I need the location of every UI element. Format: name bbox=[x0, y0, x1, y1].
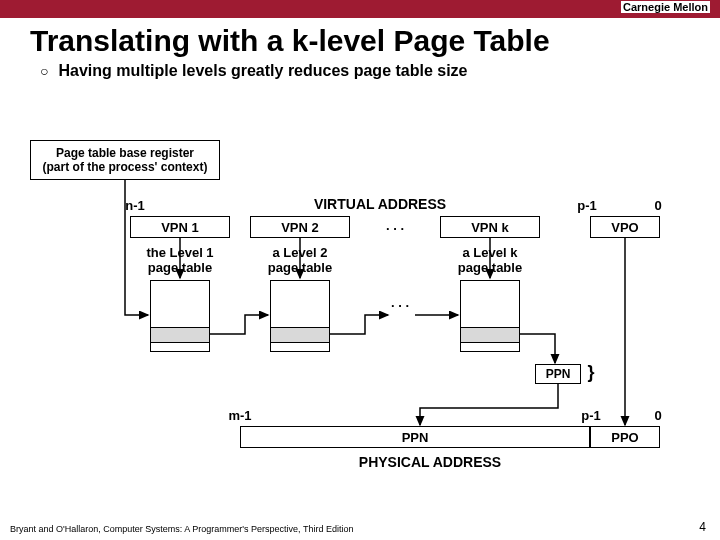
ppn-field: PPN bbox=[240, 426, 590, 448]
lvl1-label: the Level 1 page table bbox=[130, 246, 230, 276]
vpo-field: VPO bbox=[590, 216, 660, 238]
ppo-field: PPO bbox=[590, 426, 660, 448]
level1-table bbox=[150, 280, 210, 352]
ppn-small-box: PPN bbox=[535, 364, 581, 384]
vpn1-field: VPN 1 bbox=[130, 216, 230, 238]
diagram-canvas: Page table base register (part of the pr… bbox=[0, 120, 720, 490]
tables-dots: . . . bbox=[370, 295, 430, 310]
level1-entry bbox=[150, 327, 210, 343]
bullet-line: ○ Having multiple levels greatly reduces… bbox=[40, 62, 720, 80]
vpnk-field: VPN k bbox=[440, 216, 540, 238]
bit-n1: n-1 bbox=[120, 198, 150, 213]
va-dots: . . . bbox=[365, 218, 425, 233]
bullet-text: Having multiple levels greatly reduces p… bbox=[58, 62, 467, 80]
footer-text: Bryant and O'Hallaron, Computer Systems:… bbox=[10, 524, 353, 534]
level2-table bbox=[270, 280, 330, 352]
lvlk-label: a Level k page table bbox=[440, 246, 540, 276]
page-number: 4 bbox=[699, 520, 706, 534]
institution-label: Carnegie Mellon bbox=[621, 1, 710, 13]
levelk-entry bbox=[460, 327, 520, 343]
bit-p1-bot: p-1 bbox=[576, 408, 606, 423]
level2-entry bbox=[270, 327, 330, 343]
bit-m1: m-1 bbox=[225, 408, 255, 423]
pa-title: PHYSICAL ADDRESS bbox=[330, 454, 530, 470]
vpn2-field: VPN 2 bbox=[250, 216, 350, 238]
brace: } bbox=[584, 362, 598, 383]
bit-p1-top: p-1 bbox=[572, 198, 602, 213]
levelk-table bbox=[460, 280, 520, 352]
lvl2-label: a Level 2 page table bbox=[250, 246, 350, 276]
slide-title: Translating with a k-level Page Table bbox=[30, 24, 720, 58]
va-title: VIRTUAL ADDRESS bbox=[280, 196, 480, 212]
ptbr-box: Page table base register (part of the pr… bbox=[30, 140, 220, 180]
bit-0-bot: 0 bbox=[648, 408, 668, 423]
bit-0-top: 0 bbox=[648, 198, 668, 213]
header-bar: Carnegie Mellon bbox=[0, 0, 720, 18]
bullet-icon: ○ bbox=[40, 63, 48, 79]
